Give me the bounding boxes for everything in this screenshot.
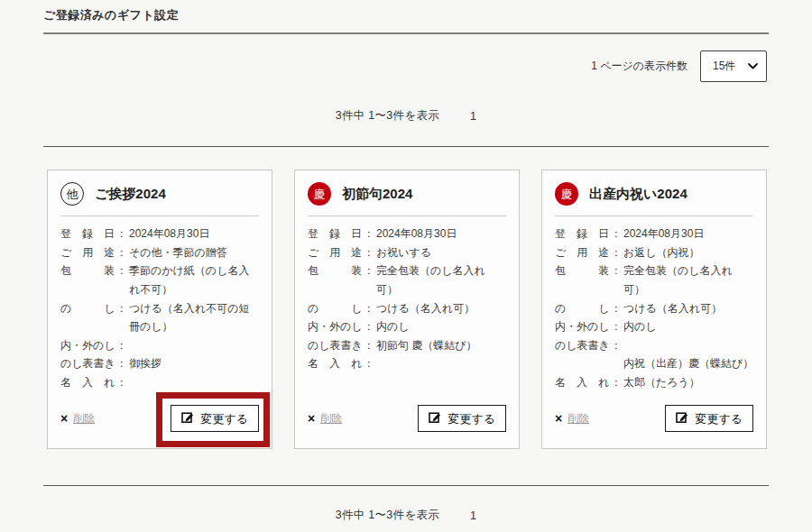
detail-colon: ： — [364, 261, 376, 298]
edit-button-wrap: 変更する — [418, 405, 506, 432]
detail-label: の し — [308, 299, 364, 318]
detail-value — [623, 336, 753, 355]
page-title: ご登録済みのギフト設定 — [43, 7, 179, 23]
gift-card: 慶 出産内祝い2024 登 録 日：2024年08月30日ご 用 途：お返し（内… — [541, 170, 767, 449]
detail-row: ご 用 途：お返し（内祝） — [555, 243, 753, 262]
pagination-bottom: 3件中 1〜3件を表示 1 — [0, 508, 812, 523]
delete-icon: × — [555, 412, 562, 425]
chevron-down-icon — [748, 63, 758, 69]
detail-row: 登 録 日：2024年08月30日 — [555, 225, 753, 243]
delete-label: 削除 — [567, 411, 589, 427]
gift-card: 慶 初節句2024 登 録 日：2024年08月30日ご 用 途：お祝いする包 … — [294, 170, 520, 449]
detail-label: 名 入 れ — [555, 373, 611, 392]
detail-row: ご 用 途：お祝いする — [308, 243, 506, 262]
delete-label: 削除 — [73, 411, 95, 427]
detail-row: 包 装：完全包装（のし名入れ可） — [555, 261, 753, 298]
title-divider — [43, 32, 769, 34]
detail-value — [129, 336, 259, 355]
edit-label: 変更する — [200, 413, 248, 425]
detail-row: の し：つける（名入れ可） — [555, 299, 753, 318]
detail-label: のし表書き — [308, 336, 364, 355]
detail-row: の し：つける（名入れ可） — [308, 299, 506, 318]
detail-label: 内・外のし — [60, 336, 116, 355]
delete-link[interactable]: × 削除 — [308, 411, 342, 427]
detail-value: お返し（内祝） — [623, 243, 753, 262]
detail-row: 登 録 日：2024年08月30日 — [60, 225, 259, 243]
edit-button[interactable]: 変更する — [418, 405, 506, 432]
detail-colon: ： — [116, 373, 129, 392]
detail-colon: ： — [364, 299, 376, 318]
edit-icon — [429, 411, 441, 426]
detail-label: ご 用 途 — [555, 243, 611, 262]
card-header: 慶 初節句2024 — [308, 170, 506, 216]
detail-label: 包 装 — [555, 261, 611, 298]
detail-row: 包 装：季節のかけ紙（のし名入れ不可） — [60, 261, 259, 298]
card-header: 慶 出産内祝い2024 — [555, 170, 753, 216]
detail-label: 包 装 — [308, 261, 364, 298]
detail-row: 名 入 れ： — [308, 354, 506, 373]
detail-value: 初節句 慶（蝶結び） — [376, 336, 506, 355]
detail-row: ご 用 途：その他・季節の贈答 — [60, 243, 259, 262]
edit-button[interactable]: 変更する — [171, 405, 259, 432]
detail-row: の し：つける（名入れ不可の短冊のし） — [60, 299, 259, 336]
detail-value: 2024年08月30日 — [623, 225, 753, 243]
gift-details: 登 録 日：2024年08月30日ご 用 途：その他・季節の贈答包 装：季節のか… — [60, 216, 259, 392]
detail-row: のし表書き： — [555, 336, 753, 355]
detail-label: 名 入 れ — [60, 373, 116, 392]
page-number[interactable]: 1 — [470, 509, 476, 522]
gift-details: 登 録 日：2024年08月30日ご 用 途：お返し（内祝）包 装：完全包装（の… — [555, 216, 753, 392]
detail-label: のし表書き — [555, 336, 611, 355]
detail-row: 名 入 れ： — [60, 373, 259, 392]
detail-label: ご 用 途 — [60, 243, 116, 262]
detail-row: のし表書き：初節句 慶（蝶結び） — [308, 336, 506, 355]
edit-button[interactable]: 変更する — [665, 405, 753, 432]
detail-colon: ： — [116, 299, 129, 336]
detail-value: 季節のかけ紙（のし名入れ不可） — [129, 261, 259, 298]
detail-value: 内のし — [376, 317, 506, 336]
detail-colon: ： — [116, 261, 129, 298]
gift-title: 出産内祝い2024 — [589, 186, 687, 203]
detail-value: つける（名入れ可） — [623, 299, 753, 318]
detail-row: 内・外のし：内のし — [555, 317, 753, 336]
list-divider-top — [43, 146, 769, 147]
detail-value — [129, 373, 259, 392]
detail-row: のし表書き：御挨拶 — [60, 354, 259, 373]
detail-colon: ： — [116, 336, 129, 355]
per-page-control: 1 ページの表示件数 15件 — [591, 50, 767, 82]
detail-value: 太郎（たろう） — [623, 373, 753, 392]
gift-settings-page: ご登録済みのギフト設定 1 ページの表示件数 15件 3件中 1〜3件を表示 1… — [0, 0, 812, 532]
list-divider-bottom — [43, 485, 769, 486]
detail-label: の し — [60, 299, 116, 336]
per-page-select[interactable]: 15件 — [700, 50, 767, 82]
detail-row: 内・外のし：内のし — [308, 317, 506, 336]
detail-label: 内・外のし — [555, 317, 611, 336]
detail-colon: ： — [364, 354, 376, 373]
gift-title: 初節句2024 — [342, 186, 412, 203]
detail-colon: ： — [611, 317, 623, 336]
card-footer: × 削除 変更する — [555, 405, 753, 448]
edit-icon — [676, 411, 688, 426]
detail-label: 内・外のし — [308, 317, 364, 336]
delete-link[interactable]: × 削除 — [555, 411, 589, 427]
detail-value: つける（名入れ可） — [376, 299, 506, 318]
gift-card-list: 他 ご挨拶2024 登 録 日：2024年08月30日ご 用 途：その他・季節の… — [47, 170, 767, 449]
detail-colon: ： — [611, 299, 623, 318]
detail-colon: ： — [611, 261, 623, 298]
delete-label: 削除 — [320, 411, 342, 427]
detail-row: 登 録 日：2024年08月30日 — [308, 225, 506, 243]
pagination-summary: 3件中 1〜3件を表示 — [336, 108, 439, 124]
page-number[interactable]: 1 — [470, 110, 476, 123]
detail-colon: ： — [364, 317, 376, 336]
per-page-label: 1 ページの表示件数 — [591, 59, 687, 74]
gift-card: 他 ご挨拶2024 登 録 日：2024年08月30日ご 用 途：その他・季節の… — [47, 170, 272, 449]
detail-colon: ： — [611, 243, 623, 262]
edit-button-wrap: 変更する — [171, 405, 259, 432]
card-header: 他 ご挨拶2024 — [60, 170, 259, 216]
gift-title: ご挨拶2024 — [95, 186, 166, 203]
category-badge: 慶 — [308, 182, 331, 206]
detail-colon: ： — [611, 225, 623, 243]
detail-value: つける（名入れ不可の短冊のし） — [129, 299, 259, 336]
delete-link[interactable]: × 削除 — [60, 411, 95, 427]
card-footer: × 削除 変更する — [60, 405, 259, 448]
detail-colon: ： — [116, 243, 129, 262]
